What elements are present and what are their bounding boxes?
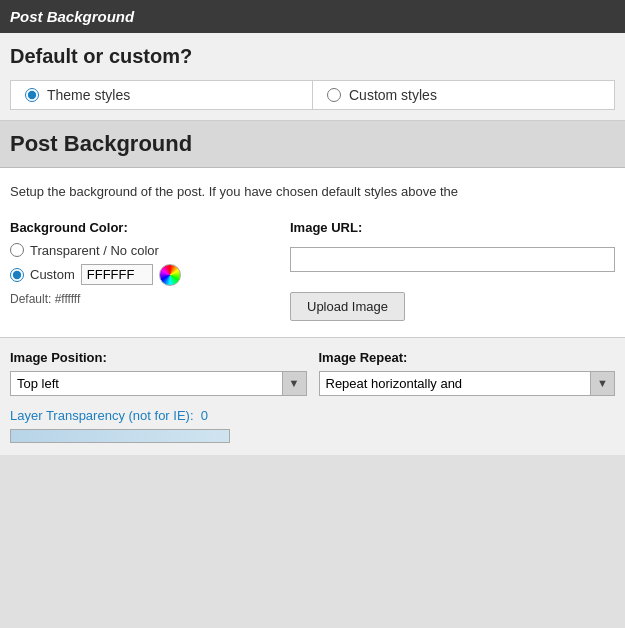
main-content: Setup the background of the post. If you… — [0, 168, 625, 337]
theme-styles-label[interactable]: Theme styles — [47, 87, 130, 103]
custom-styles-label[interactable]: Custom styles — [349, 87, 437, 103]
title-bar: Post Background — [0, 0, 625, 33]
transparency-label-text: Layer Transparency (not for IE): — [10, 408, 194, 423]
custom-styles-radio[interactable] — [327, 88, 341, 102]
image-position-select-wrapper[interactable]: Top left Top center Top right Center lef… — [10, 371, 307, 396]
image-position-col: Image Position: Top left Top center Top … — [10, 350, 307, 396]
default-custom-section: Default or custom? Theme styles Custom s… — [0, 33, 625, 121]
custom-color-option-row: Custom FFFFFF — [10, 264, 270, 286]
image-position-label: Image Position: — [10, 350, 307, 365]
transparent-radio[interactable] — [10, 243, 24, 257]
color-text-input[interactable]: FFFFFF — [81, 264, 153, 285]
two-column-layout: Background Color: Transparent / No color… — [10, 220, 615, 321]
image-repeat-label: Image Repeat: — [319, 350, 616, 365]
color-wheel-icon[interactable] — [159, 264, 181, 286]
image-url-input[interactable] — [290, 247, 615, 272]
description-text: Setup the background of the post. If you… — [10, 182, 615, 202]
right-column: Image URL: Upload Image — [290, 220, 615, 321]
default-color-text: Default: #ffffff — [10, 292, 270, 306]
theme-styles-option[interactable]: Theme styles — [10, 80, 312, 110]
bottom-section: Image Position: Top left Top center Top … — [0, 337, 625, 455]
style-options-row: Theme styles Custom styles — [10, 80, 615, 110]
custom-color-label[interactable]: Custom — [30, 267, 75, 282]
custom-styles-option[interactable]: Custom styles — [312, 80, 615, 110]
image-url-label: Image URL: — [290, 220, 615, 235]
position-select-arrow: ▼ — [282, 372, 306, 395]
theme-styles-radio[interactable] — [25, 88, 39, 102]
transparency-value: 0 — [201, 408, 208, 423]
title-text: Post Background — [10, 8, 134, 25]
transparent-option-row: Transparent / No color — [10, 243, 270, 258]
transparent-label[interactable]: Transparent / No color — [30, 243, 159, 258]
image-position-select[interactable]: Top left Top center Top right Center lef… — [11, 372, 282, 395]
image-url-section: Image URL: — [290, 220, 615, 272]
transparency-label: Layer Transparency (not for IE): 0 — [10, 408, 615, 423]
image-repeat-select-wrapper[interactable]: Repeat horizontally and No repeat Repeat… — [319, 371, 616, 396]
custom-color-radio[interactable] — [10, 268, 24, 282]
background-color-section: Background Color: Transparent / No color… — [10, 220, 270, 306]
bg-color-label: Background Color: — [10, 220, 270, 235]
image-repeat-select[interactable]: Repeat horizontally and No repeat Repeat… — [320, 372, 591, 395]
post-bg-heading: Post Background — [10, 131, 615, 157]
transparency-slider[interactable] — [10, 429, 230, 443]
color-input-row: FFFFFF — [81, 264, 181, 286]
left-column: Background Color: Transparent / No color… — [10, 220, 270, 316]
upload-image-button[interactable]: Upload Image — [290, 292, 405, 321]
transparency-section: Layer Transparency (not for IE): 0 — [10, 408, 615, 443]
default-custom-heading: Default or custom? — [10, 45, 615, 68]
image-repeat-col: Image Repeat: Repeat horizontally and No… — [319, 350, 616, 396]
repeat-select-arrow: ▼ — [590, 372, 614, 395]
post-bg-header: Post Background — [0, 121, 625, 168]
position-repeat-row: Image Position: Top left Top center Top … — [10, 350, 615, 396]
